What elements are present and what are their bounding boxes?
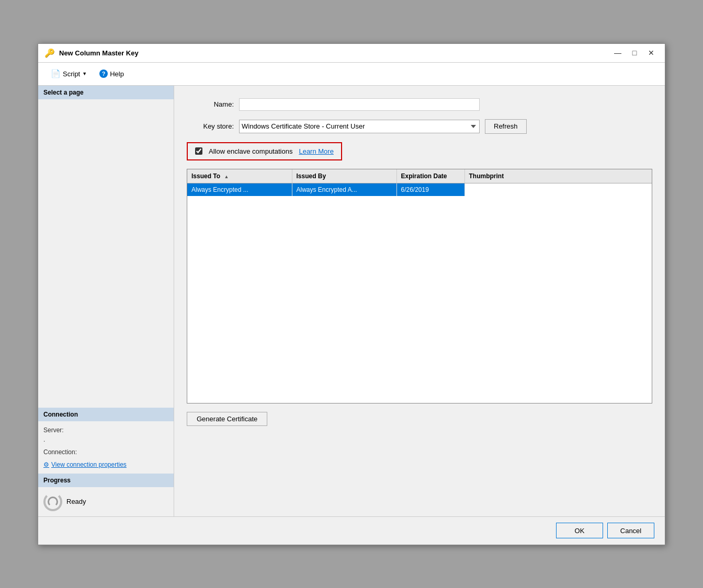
issued-by-cell: Always Encrypted A...: [292, 183, 396, 196]
expiration-date-header[interactable]: Expiration Date: [396, 169, 464, 183]
name-label: Name:: [187, 100, 234, 108]
enclave-label: Allow enclave computations: [209, 147, 292, 155]
maximize-button[interactable]: □: [627, 47, 642, 59]
main-window: 🔑 New Column Master Key — □ ✕ 📄 Script ▼…: [38, 43, 665, 545]
script-button[interactable]: 📄 Script ▼: [47, 67, 91, 80]
header-row: Issued To ▲ Issued By Expiration Date Th…: [187, 169, 652, 183]
certificate-table: Issued To ▲ Issued By Expiration Date Th…: [187, 169, 652, 183]
close-button[interactable]: ✕: [644, 47, 659, 59]
sort-arrow-issued-to: ▲: [224, 174, 229, 179]
table-body-container: Always Encrypted ... Always Encrypted A.…: [187, 183, 652, 403]
generate-certificate-button[interactable]: Generate Certificate: [187, 412, 267, 426]
certificate-data-table: Always Encrypted ... Always Encrypted A.…: [187, 183, 652, 196]
key-store-label: Key store:: [187, 122, 234, 130]
enclave-checkbox[interactable]: [195, 147, 202, 155]
table-header: Issued To ▲ Issued By Expiration Date Th…: [187, 169, 652, 183]
connection-label: Connection:: [43, 448, 168, 456]
view-props-label: View connection properties: [51, 461, 127, 468]
table-body: Always Encrypted ... Always Encrypted A.…: [187, 183, 652, 196]
minimize-button[interactable]: —: [610, 47, 625, 59]
progress-spinner: [43, 492, 62, 511]
progress-section: Progress Ready: [38, 474, 174, 516]
connection-props-icon: ⚙: [43, 461, 49, 468]
sidebar-page-content: [38, 99, 174, 408]
progress-header: Progress: [38, 474, 174, 487]
ok-button[interactable]: OK: [556, 523, 603, 538]
connection-info: Server: . Connection: ⚙ View connection …: [38, 421, 174, 474]
issued-to-header[interactable]: Issued To ▲: [187, 169, 292, 183]
connection-header: Connection: [38, 408, 174, 421]
script-icon: 📄: [51, 69, 61, 78]
server-label: Server:: [43, 426, 168, 434]
thumbprint-header[interactable]: Thumbprint: [464, 169, 652, 183]
title-controls: — □ ✕: [610, 47, 659, 59]
enclave-computations-box: Allow enclave computations Learn More: [187, 142, 342, 160]
table-row[interactable]: Always Encrypted ... Always Encrypted A.…: [187, 183, 652, 196]
script-dropdown-icon: ▼: [82, 71, 87, 76]
cancel-button[interactable]: Cancel: [607, 523, 654, 538]
help-button[interactable]: ? Help: [95, 67, 128, 80]
connection-section: Connection Server: . Connection: ⚙ View …: [38, 408, 174, 474]
title-left: 🔑 New Column Master Key: [44, 48, 139, 58]
script-label: Script: [63, 70, 80, 78]
expiration-date-cell: 6/26/2019: [396, 183, 464, 196]
toolbar: 📄 Script ▼ ? Help: [38, 63, 665, 86]
certificate-table-container: Issued To ▲ Issued By Expiration Date Th…: [187, 169, 652, 403]
main-body: Select a page Connection Server: . Conne…: [38, 86, 665, 516]
name-input[interactable]: [239, 98, 480, 111]
ready-label: Ready: [66, 498, 86, 505]
server-value: .: [43, 436, 168, 443]
issued-by-header[interactable]: Issued By: [292, 169, 396, 183]
sidebar: Select a page Connection Server: . Conne…: [38, 86, 174, 516]
key-store-select[interactable]: Windows Certificate Store - Current User…: [239, 120, 480, 133]
spinner-inner: [48, 497, 58, 507]
view-connection-properties-link[interactable]: ⚙ View connection properties: [43, 461, 168, 468]
help-icon: ?: [99, 70, 108, 78]
help-label: Help: [110, 70, 124, 78]
window-icon: 🔑: [44, 48, 55, 58]
thumbprint-cell: [464, 183, 652, 196]
name-row: Name:: [187, 98, 652, 111]
key-store-row: Key store: Windows Certificate Store - C…: [187, 119, 652, 134]
progress-content: Ready: [38, 487, 174, 516]
title-bar: 🔑 New Column Master Key — □ ✕: [38, 44, 665, 63]
window-title: New Column Master Key: [59, 49, 139, 57]
bottom-bar: OK Cancel: [38, 516, 665, 545]
content-area: Name: Key store: Windows Certificate Sto…: [174, 86, 665, 516]
issued-to-cell: Always Encrypted ...: [187, 183, 292, 196]
select-page-header: Select a page: [38, 86, 174, 99]
learn-more-link[interactable]: Learn More: [299, 147, 333, 155]
refresh-button[interactable]: Refresh: [485, 119, 527, 134]
